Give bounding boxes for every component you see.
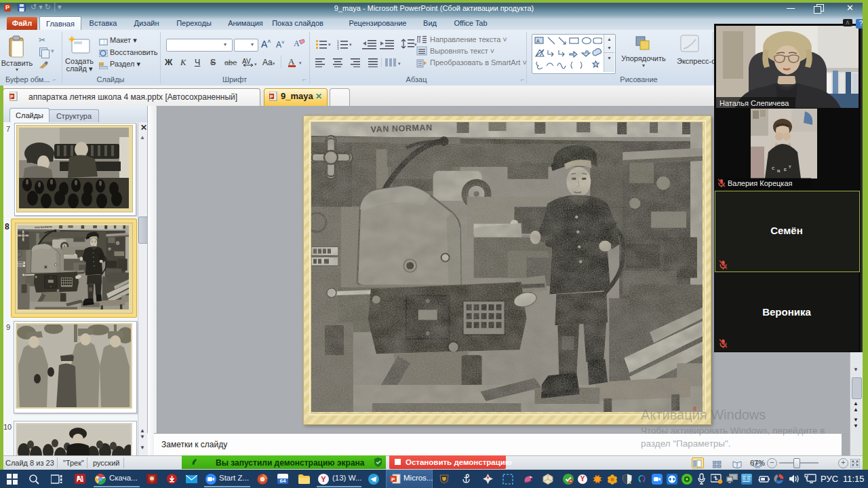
svg-text:T: T [789, 165, 791, 169]
svg-text:▾: ▾ [398, 61, 401, 66]
svg-text:▾: ▾ [254, 62, 257, 67]
svg-text:▾: ▾ [328, 42, 331, 47]
svg-text:P: P [270, 94, 273, 99]
svg-text:A: A [294, 39, 300, 48]
svg-text:3: 3 [337, 46, 339, 50]
svg-text:▾: ▾ [299, 60, 302, 65]
svg-text:C: C [772, 166, 775, 170]
svg-text:▾: ▾ [349, 42, 352, 47]
svg-text:AV: AV [242, 58, 251, 65]
svg-text:N: N [777, 169, 780, 173]
svg-text:E: E [784, 168, 787, 172]
svg-text:A: A [288, 56, 295, 67]
svg-text:P: P [10, 94, 14, 99]
svg-text:P: P [391, 476, 395, 483]
svg-text:A: A [536, 39, 540, 43]
